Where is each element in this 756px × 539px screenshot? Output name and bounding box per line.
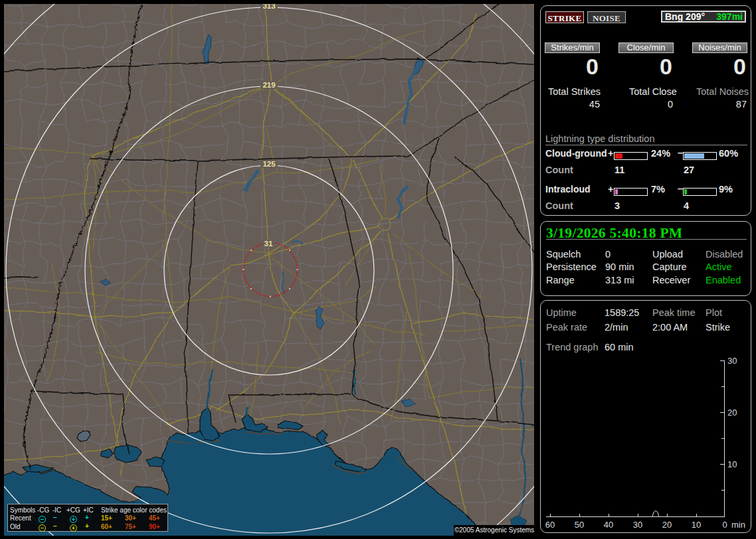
svg-text:10: 10 bbox=[727, 459, 737, 469]
svg-text:min: min bbox=[731, 520, 745, 530]
svg-text:219: 219 bbox=[262, 81, 275, 89]
svg-text:20: 20 bbox=[727, 408, 737, 418]
svg-text:313: 313 bbox=[262, 4, 275, 10]
svg-text:60: 60 bbox=[545, 520, 555, 530]
svg-text:10: 10 bbox=[692, 520, 701, 530]
svg-text:40: 40 bbox=[604, 520, 613, 530]
svg-text:50: 50 bbox=[575, 520, 584, 530]
svg-text:125: 125 bbox=[262, 160, 276, 168]
svg-text:31: 31 bbox=[264, 240, 273, 248]
svg-text:20: 20 bbox=[662, 520, 672, 530]
svg-text:0: 0 bbox=[722, 520, 727, 530]
svg-text:30: 30 bbox=[727, 356, 737, 366]
svg-text:30: 30 bbox=[633, 520, 642, 530]
